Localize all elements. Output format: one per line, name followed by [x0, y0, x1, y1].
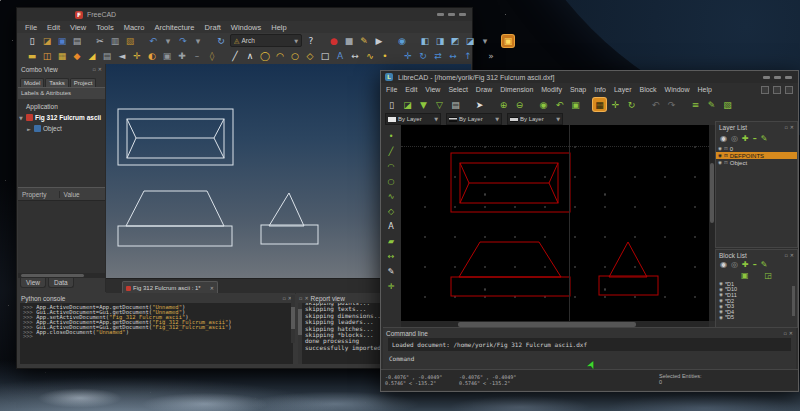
lc-menu-modify[interactable]: Modify [541, 86, 562, 93]
toolbar-overflow-icon[interactable]: » [485, 50, 497, 62]
edit-layer-icon[interactable]: ✎ [761, 134, 768, 143]
arch-panel-icon[interactable]: ▣ [161, 50, 173, 62]
lc-menu-block[interactable]: Block [639, 86, 656, 93]
dimension-tool-icon[interactable]: ↔ [385, 251, 397, 262]
close-panel-icon[interactable]: ✕ [304, 295, 308, 301]
save-drawing-icon[interactable]: ▼ [417, 98, 430, 111]
layer-lock-icon[interactable]: ⊡ [724, 153, 728, 158]
block-visibility-icon[interactable]: ◉ [719, 304, 723, 309]
lc-menu-snap[interactable]: Snap [570, 86, 586, 93]
block-visibility-icon[interactable]: ◉ [719, 298, 723, 303]
save-block-icon[interactable]: ▣ [741, 271, 749, 280]
new-file-icon[interactable]: ▯ [26, 35, 38, 47]
select-pointer-icon[interactable]: ➤ [473, 98, 486, 111]
float-panel-icon[interactable]: ▫ [784, 124, 787, 130]
open-file-icon[interactable]: ◪ [41, 35, 53, 47]
fc-menu-draft[interactable]: Draft [205, 23, 221, 32]
zoom-auto-icon[interactable]: ◉ [537, 98, 550, 111]
block-visibility-icon[interactable]: ◉ [719, 292, 723, 297]
redo-icon[interactable]: ↷ [177, 35, 189, 47]
layer-row-defpoints[interactable]: ◉⊡DEFPOINTS [716, 152, 797, 159]
workbench-selector[interactable]: ◬ Arch ▼ [230, 34, 302, 47]
print-icon[interactable]: ▤ [449, 98, 462, 111]
combo-tab-tasks[interactable]: Tasks [45, 78, 68, 87]
chevron-collapsed-icon[interactable]: ► [26, 126, 32, 132]
draft-point-icon[interactable]: • [379, 50, 391, 62]
undo-icon[interactable]: ↶ [649, 98, 662, 111]
close-panel-icon[interactable]: ✕ [98, 66, 102, 72]
layer-visibility-icon[interactable]: ◉ [718, 160, 722, 165]
lc-menu-select[interactable]: Select [448, 86, 467, 93]
redo-dropdown-icon[interactable]: ▾ [192, 35, 204, 47]
close-button[interactable] [785, 76, 792, 79]
python-console-output[interactable]: >>> App.ActiveDocument=App.getDocument("… [20, 303, 293, 364]
mdi-close-icon[interactable] [785, 86, 793, 94]
lc-menu-file[interactable]: File [386, 86, 397, 93]
draft-rectangle-icon[interactable]: □ [319, 50, 331, 62]
zoom-in-icon[interactable]: ⊕ [497, 98, 510, 111]
fc-menu-edit[interactable]: Edit [47, 23, 60, 32]
arch-section-plane-icon[interactable]: ◄ [116, 50, 128, 62]
macro-play-icon[interactable]: ▶ [373, 35, 385, 47]
close-button[interactable] [459, 13, 466, 16]
freecad-titlebar[interactable]: F FreeCAD [17, 8, 472, 21]
paste-icon[interactable]: ▧ [124, 35, 136, 47]
pen-color-combo[interactable]: By Layer▼ [385, 113, 441, 125]
vertical-scrollbar[interactable] [792, 286, 795, 316]
fc-menu-macro[interactable]: Macro [124, 23, 145, 32]
arch-rebar-icon[interactable]: ▦ [56, 50, 68, 62]
fc-menu-windows[interactable]: Windows [231, 23, 261, 32]
copy-icon[interactable]: ▥ [109, 35, 121, 47]
fc-menu-file[interactable]: File [25, 23, 37, 32]
front-view-icon[interactable]: ◨ [434, 35, 446, 47]
remove-layer-icon[interactable]: – [753, 134, 757, 143]
lc-menu-window[interactable]: Window [665, 86, 690, 93]
layer-lock-icon[interactable]: ⊡ [724, 160, 728, 165]
fc-menu-view[interactable]: View [70, 23, 86, 32]
minimize-button[interactable] [763, 76, 770, 79]
macro-stop-icon[interactable]: ■ [343, 35, 355, 47]
block-visibility-icon[interactable]: ◉ [719, 309, 723, 314]
print-icon[interactable]: ▤ [71, 35, 83, 47]
layer-row-object[interactable]: ◉⊡Object [716, 159, 797, 166]
maximize-button[interactable] [774, 76, 781, 79]
draft-circle-icon[interactable]: ◯ [259, 50, 271, 62]
arch-frame-icon[interactable]: – [191, 50, 203, 62]
layer-visibility-icon[interactable]: ◉ [718, 146, 722, 151]
open-drawing-icon[interactable]: ◪ [401, 98, 414, 111]
zoom-window-icon[interactable]: ▣ [569, 98, 582, 111]
defreeze-all-blocks-icon[interactable]: ◉ [720, 260, 727, 269]
arc-tool-icon[interactable]: ◠ [385, 161, 397, 172]
draw-order-icon[interactable]: ≡ [689, 98, 702, 111]
whats-this-icon[interactable]: ? [305, 35, 317, 47]
arch-equipment-icon[interactable]: ✚ [176, 50, 188, 62]
view-dropdown-icon[interactable]: ▾ [479, 35, 491, 47]
text-tool-icon[interactable]: A [385, 221, 397, 232]
macro-record-icon[interactable]: ● [328, 35, 340, 47]
polyline-tool-icon[interactable]: ◇ [385, 206, 397, 217]
float-panel-icon[interactable]: ▫ [282, 295, 285, 301]
draft-upgrade-icon[interactable]: ↑ [462, 50, 474, 62]
layer-lock-icon[interactable]: ⊡ [724, 146, 728, 151]
spline-tool-icon[interactable]: ∿ [385, 191, 397, 202]
edit-mode-toggle-icon[interactable]: ▣ [502, 35, 514, 47]
block-visibility-icon[interactable]: ◉ [719, 315, 723, 320]
pen-linetype-combo[interactable]: By Layer▼ [446, 113, 502, 125]
arch-pipe-icon[interactable]: ◊ [206, 50, 218, 62]
arch-wall-icon[interactable]: ▬ [26, 50, 38, 62]
draft-text-icon[interactable]: A [334, 50, 346, 62]
block-visibility-icon[interactable]: ◉ [719, 287, 723, 292]
draft-ellipse-icon[interactable]: ○ [289, 50, 301, 62]
arch-roof-icon[interactable]: ◢ [86, 50, 98, 62]
new-drawing-icon[interactable]: ▯ [385, 98, 398, 111]
close-panel-icon[interactable]: ✕ [790, 124, 794, 130]
chevron-expanded-icon[interactable]: ▼ [18, 115, 24, 121]
draft-rotate-icon[interactable]: ↻ [417, 50, 429, 62]
lc-menu-edit[interactable]: Edit [405, 86, 417, 93]
zoom-fit-all-icon[interactable]: ◉ [396, 35, 408, 47]
save-icon[interactable]: ▣ [56, 35, 68, 47]
line-tool-icon[interactable]: ╱ [385, 146, 397, 157]
pen-width-combo[interactable]: By Layer▼ [507, 113, 563, 125]
mdi-restore-icon[interactable] [773, 86, 781, 94]
maximize-button[interactable] [448, 13, 455, 16]
